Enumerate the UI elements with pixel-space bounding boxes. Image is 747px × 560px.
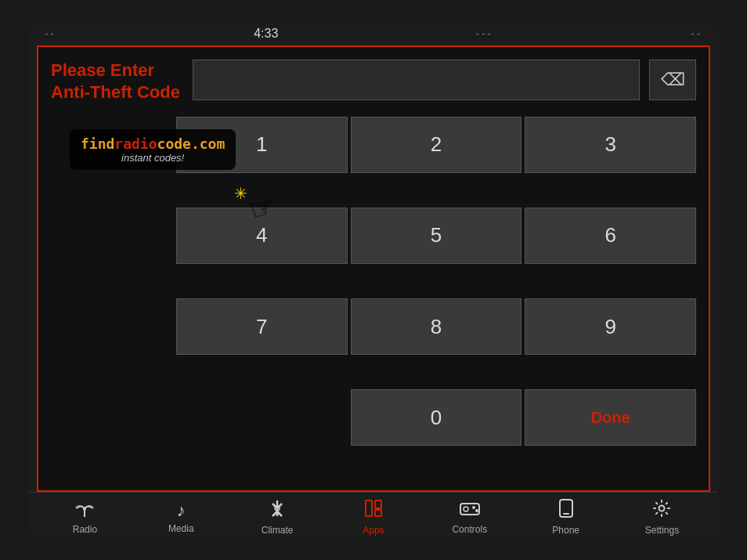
status-left-dots: -- — [45, 27, 56, 39]
key-done[interactable]: Done — [525, 389, 696, 446]
svg-point-7 — [464, 507, 468, 511]
device-frame: -- 4:33 --- -- findradiocode.com instant… — [29, 22, 718, 539]
phone-icon — [559, 499, 573, 522]
backspace-button[interactable]: ⌫ — [649, 60, 696, 100]
svg-point-8 — [472, 506, 475, 509]
climate-icon — [268, 499, 287, 522]
nav-item-controls[interactable]: Controls — [438, 500, 501, 535]
watermark-subtext: instant codes! — [81, 152, 225, 164]
nav-bar: Radio ♪ Media Climate — [29, 492, 718, 539]
watermark-url-part2: code.com — [157, 135, 226, 152]
watermark-url-part1: find — [81, 135, 114, 152]
svg-rect-3 — [366, 500, 372, 516]
nav-item-phone[interactable]: Phone — [535, 499, 597, 536]
nav-item-settings[interactable]: Settings — [630, 499, 693, 536]
svg-rect-5 — [375, 510, 381, 516]
main-content: findradiocode.com instant codes! ✳ ☞ Ple… — [37, 45, 710, 492]
nav-item-apps[interactable]: Apps — [342, 499, 405, 536]
key-3[interactable]: 3 — [525, 117, 696, 173]
watermark-overlay: findradiocode.com instant codes! — [70, 129, 236, 170]
svg-point-0 — [83, 508, 86, 511]
nav-label-settings: Settings — [645, 525, 679, 536]
code-input-area: ⌫ — [193, 60, 696, 100]
nav-item-radio[interactable]: Radio — [53, 500, 116, 535]
key-6[interactable]: 6 — [525, 208, 696, 264]
screen: -- 4:33 --- -- findradiocode.com instant… — [29, 22, 718, 539]
watermark-url: findradiocode.com — [81, 135, 225, 152]
media-icon: ♪ — [177, 500, 186, 521]
anti-theft-prompt: Please Enter Anti-Theft Code — [51, 60, 180, 104]
svg-point-9 — [475, 509, 478, 512]
svg-point-12 — [659, 505, 665, 511]
key-empty — [176, 389, 348, 446]
prompt-line2: Anti-Theft Code — [51, 82, 180, 102]
status-far-right: -- — [691, 27, 702, 39]
nav-label-phone: Phone — [552, 525, 579, 536]
key-9[interactable]: 9 — [525, 298, 696, 355]
status-time: 4:33 — [254, 27, 278, 41]
code-input-box[interactable] — [193, 60, 640, 100]
keypad: 1 2 3 4 5 6 7 8 9 0 Done — [176, 117, 696, 478]
status-right-dots: --- — [476, 27, 493, 39]
key-7[interactable]: 7 — [176, 298, 348, 355]
nav-item-media[interactable]: ♪ Media — [150, 500, 212, 534]
svg-rect-4 — [375, 500, 381, 508]
controls-icon — [460, 500, 480, 522]
status-bar: -- 4:33 --- -- — [29, 22, 718, 45]
key-8[interactable]: 8 — [351, 298, 522, 355]
nav-label-apps: Apps — [363, 525, 384, 536]
nav-label-radio: Radio — [73, 524, 97, 535]
apps-icon — [364, 499, 383, 522]
radio-icon — [75, 500, 94, 522]
nav-label-media: Media — [168, 523, 194, 534]
watermark-url-accent: radio — [114, 135, 157, 152]
cursor-sparkle: ✳ — [234, 184, 247, 203]
nav-label-controls: Controls — [452, 524, 487, 535]
prompt-line1: Please Enter — [51, 60, 154, 80]
nav-label-climate: Climate — [262, 525, 294, 536]
key-5[interactable]: 5 — [351, 208, 522, 264]
settings-icon — [652, 499, 671, 522]
nav-item-climate[interactable]: Climate — [246, 499, 309, 536]
key-2[interactable]: 2 — [351, 117, 522, 173]
key-0[interactable]: 0 — [351, 389, 522, 446]
header-row: Please Enter Anti-Theft Code ⌫ — [51, 60, 696, 104]
